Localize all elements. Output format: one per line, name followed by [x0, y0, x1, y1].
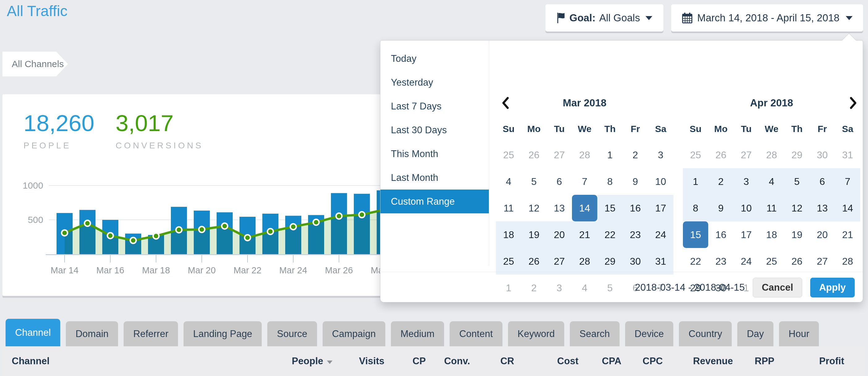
tab-content[interactable]: Content: [450, 321, 502, 346]
preset-this-month[interactable]: This Month: [380, 142, 489, 166]
preset-last-month[interactable]: Last Month: [380, 166, 489, 190]
day-cell[interactable]: 18: [496, 222, 521, 248]
preset-last-7-days[interactable]: Last 7 Days: [380, 94, 489, 118]
day-cell[interactable]: 22: [683, 248, 708, 274]
day-cell-selected[interactable]: 15: [683, 222, 708, 248]
day-cell[interactable]: 13: [810, 195, 835, 222]
date-range-button[interactable]: March 14, 2018 - April 15, 2018: [671, 4, 863, 32]
tab-referrer[interactable]: Referrer: [124, 321, 178, 346]
day-cell[interactable]: 28: [572, 142, 597, 168]
day-cell[interactable]: 12: [521, 195, 547, 222]
day-cell[interactable]: 23: [708, 248, 734, 274]
day-cell[interactable]: 24: [734, 248, 759, 274]
day-cell[interactable]: 8: [683, 195, 708, 222]
day-cell[interactable]: 29: [784, 142, 810, 168]
day-cell[interactable]: 5: [521, 168, 547, 195]
tab-device[interactable]: Device: [625, 321, 674, 346]
day-cell[interactable]: 25: [759, 248, 784, 274]
day-cell[interactable]: 27: [734, 142, 759, 168]
apply-button[interactable]: Apply: [810, 278, 855, 297]
day-cell[interactable]: 6: [810, 168, 835, 195]
tab-channel[interactable]: Channel: [6, 319, 60, 346]
day-cell[interactable]: 8: [597, 168, 623, 195]
tab-landing-page[interactable]: Landing Page: [184, 321, 262, 346]
tab-country[interactable]: Country: [679, 321, 732, 346]
day-cell[interactable]: 14: [835, 195, 860, 222]
day-cell[interactable]: 20: [810, 222, 835, 248]
column-header-cpc[interactable]: CPC: [643, 346, 663, 376]
day-cell[interactable]: 2: [708, 168, 734, 195]
day-cell[interactable]: 27: [547, 142, 572, 168]
day-cell[interactable]: 28: [759, 142, 784, 168]
column-header-cp[interactable]: CP: [412, 346, 426, 376]
day-cell[interactable]: 29: [597, 248, 623, 274]
day-cell[interactable]: 22: [597, 222, 623, 248]
day-cell[interactable]: 4: [759, 168, 784, 195]
day-cell[interactable]: 31: [835, 142, 860, 168]
tab-hour[interactable]: Hour: [779, 321, 819, 346]
day-cell[interactable]: 27: [810, 248, 835, 274]
day-cell[interactable]: 21: [835, 222, 860, 248]
column-header-visits[interactable]: Visits: [359, 346, 384, 376]
next-month-button[interactable]: [848, 96, 859, 110]
column-header-rpp[interactable]: RPP: [754, 346, 774, 376]
day-cell[interactable]: 28: [572, 248, 597, 274]
preset-last-30-days[interactable]: Last 30 Days: [380, 118, 489, 142]
day-cell[interactable]: 9: [708, 195, 734, 222]
day-cell[interactable]: 24: [648, 222, 673, 248]
preset-custom-range[interactable]: Custom Range: [380, 190, 489, 213]
tab-domain[interactable]: Domain: [66, 321, 118, 346]
day-cell[interactable]: 30: [810, 142, 835, 168]
day-cell[interactable]: 7: [835, 168, 860, 195]
day-cell[interactable]: 3: [648, 142, 673, 168]
day-cell[interactable]: 16: [623, 195, 648, 222]
day-cell[interactable]: 9: [623, 168, 648, 195]
day-cell[interactable]: 10: [648, 168, 673, 195]
preset-today[interactable]: Today: [380, 47, 489, 70]
day-cell[interactable]: 3: [734, 168, 759, 195]
column-header-people[interactable]: People: [292, 346, 333, 376]
day-cell[interactable]: 12: [784, 195, 810, 222]
preset-yesterday[interactable]: Yesterday: [380, 70, 489, 94]
day-cell[interactable]: 18: [759, 222, 784, 248]
cancel-button[interactable]: Cancel: [753, 278, 802, 297]
day-cell[interactable]: 15: [597, 195, 623, 222]
day-cell[interactable]: 26: [784, 248, 810, 274]
column-header-cr[interactable]: CR: [500, 346, 514, 376]
day-cell[interactable]: 4: [496, 168, 521, 195]
column-header-revenue[interactable]: Revenue: [693, 346, 733, 376]
goal-dropdown-button[interactable]: Goal: All Goals: [546, 4, 663, 32]
tab-day[interactable]: Day: [737, 321, 773, 346]
day-cell[interactable]: 25: [496, 248, 521, 274]
tab-campaign[interactable]: Campaign: [322, 321, 385, 346]
day-cell[interactable]: 10: [734, 195, 759, 222]
tab-medium[interactable]: Medium: [391, 321, 444, 346]
day-cell[interactable]: 2: [623, 142, 648, 168]
column-header-conv[interactable]: Conv.: [444, 346, 470, 376]
day-cell[interactable]: 21: [572, 222, 597, 248]
day-cell[interactable]: 16: [708, 222, 734, 248]
day-cell[interactable]: 6: [547, 168, 572, 195]
day-cell[interactable]: 27: [547, 248, 572, 274]
day-cell[interactable]: 11: [759, 195, 784, 222]
day-cell[interactable]: 17: [648, 195, 673, 222]
day-cell[interactable]: 23: [623, 222, 648, 248]
day-cell[interactable]: 26: [521, 248, 547, 274]
tab-source[interactable]: Source: [267, 321, 317, 346]
tab-search[interactable]: Search: [570, 321, 619, 346]
day-cell[interactable]: 5: [784, 168, 810, 195]
column-header-channel[interactable]: Channel: [12, 346, 50, 376]
day-cell[interactable]: 28: [835, 248, 860, 274]
day-cell[interactable]: 20: [547, 222, 572, 248]
day-cell[interactable]: 26: [521, 142, 547, 168]
prev-month-button[interactable]: [500, 96, 511, 110]
day-cell[interactable]: 26: [708, 142, 734, 168]
day-cell[interactable]: 7: [572, 168, 597, 195]
day-cell[interactable]: 31: [648, 248, 673, 274]
day-cell[interactable]: 1: [683, 168, 708, 195]
column-header-cpa[interactable]: CPA: [602, 346, 621, 376]
day-cell[interactable]: 17: [734, 222, 759, 248]
column-header-profit[interactable]: Profit: [819, 346, 844, 376]
day-cell[interactable]: 25: [683, 142, 708, 168]
day-cell[interactable]: 11: [496, 195, 521, 222]
